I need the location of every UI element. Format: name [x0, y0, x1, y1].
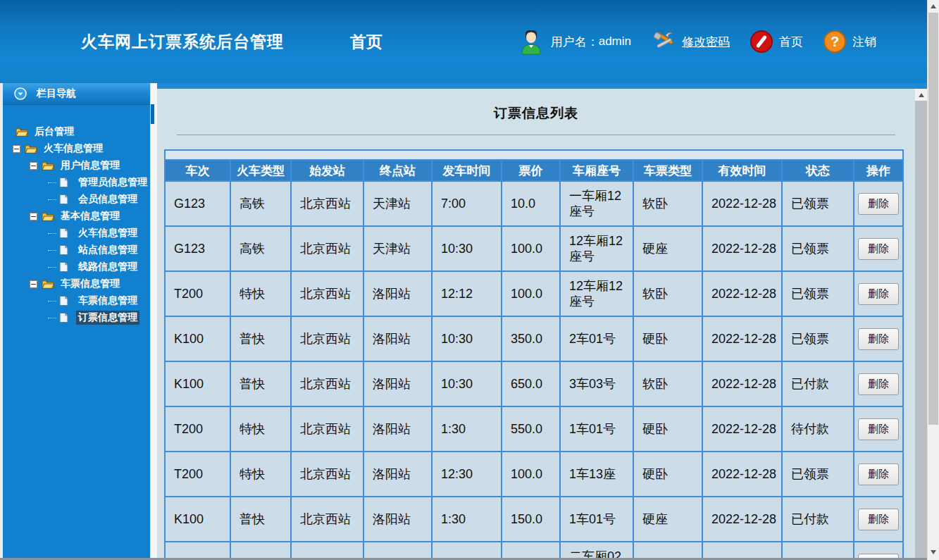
- table-row: T200 特快 北京西站 洛阳站 1:30 550.0 1车01号 硬卧 202…: [165, 406, 903, 452]
- cell-price: 100.0: [502, 226, 560, 271]
- cell-ticket-type: 硬座: [633, 226, 702, 271]
- sidebar-item-label: 基本信息管理: [58, 209, 122, 223]
- logout-link[interactable]: 注销: [852, 34, 876, 50]
- cell-seat: 1车01号: [560, 497, 633, 542]
- collapse-minus-icon[interactable]: [13, 145, 20, 153]
- home-link[interactable]: 首页: [779, 34, 803, 50]
- cell-train-no: G123: [165, 226, 230, 271]
- tree-connector: [48, 301, 56, 301]
- nav-tree: 后台管理 火车信息管理 用户信息管理: [3, 105, 150, 326]
- content-scrollbar[interactable]: [915, 89, 927, 560]
- sidebar-item-train-info-mgmt[interactable]: 火车信息管理: [3, 140, 150, 157]
- delete-button[interactable]: 删除: [858, 328, 899, 350]
- sidebar-item-label: 火车信息管理: [42, 142, 105, 156]
- cell-start-station: 北京西站: [291, 181, 363, 226]
- cell-status: 已领票: [782, 226, 854, 271]
- window-scrollbar[interactable]: [927, 0, 939, 560]
- collapse-minus-icon[interactable]: [30, 280, 37, 288]
- folder-icon: [42, 211, 54, 222]
- cell-ticket-type: 硬卧: [633, 452, 702, 497]
- cell-ticket-type: 软卧: [633, 361, 702, 406]
- cell-train-type: 特快: [230, 271, 291, 316]
- sidebar-titlebar[interactable]: 栏目导航: [3, 83, 150, 105]
- sidebar-item-station-info[interactable]: 站点信息管理: [3, 242, 150, 259]
- collapse-minus-icon[interactable]: [30, 213, 37, 220]
- sidebar-item-booking-info[interactable]: 订票信息管理: [3, 309, 150, 326]
- cell-ticket-type: 硬卧: [633, 406, 702, 452]
- table-row: T200 特快 北京西站 洛阳站 12:12 100.0 12车厢12座号 软卧…: [165, 271, 903, 316]
- window-scroll-down-button[interactable]: [928, 546, 939, 558]
- delete-button[interactable]: 删除: [858, 463, 899, 485]
- sidebar-item-label: 后台管理: [32, 125, 76, 139]
- cell-status: 已付款: [782, 497, 854, 542]
- content-area: 订票信息列表 车次 火车类型 始发站 终点站: [157, 89, 915, 560]
- cell-price: 650.0: [502, 361, 560, 406]
- sidebar-item-label: 线路信息管理: [76, 260, 139, 274]
- scroll-down-icon: [931, 550, 936, 554]
- sidebar-item-admin-info-mgmt[interactable]: 管理员信息管理: [3, 174, 150, 191]
- sidebar-item-user-info-mgmt[interactable]: 用户信息管理: [3, 157, 150, 174]
- sidebar-item-ticket-info[interactable]: 车票信息管理: [3, 292, 150, 309]
- sidebar-item-backend-mgmt[interactable]: 后台管理: [3, 123, 150, 140]
- delete-button[interactable]: 删除: [858, 193, 899, 215]
- tree-connector: [48, 182, 56, 183]
- delete-button[interactable]: 删除: [858, 509, 899, 530]
- table-row: G123 高铁 北京西站 天津站 10:30 100.0 12车厢12座号 硬座…: [165, 226, 903, 271]
- folder-icon: [42, 278, 54, 290]
- username-value: admin: [599, 35, 631, 49]
- sidebar-item-member-info-mgmt[interactable]: 会员信息管理: [3, 191, 150, 208]
- collapse-circle-icon[interactable]: [14, 87, 27, 100]
- cell-seat: 12车厢12座号: [560, 271, 633, 316]
- table-row: K100 普快 北京西站 洛阳站 10:30 350.0 2车01号 硬卧 20…: [165, 316, 903, 361]
- change-password-link[interactable]: 修改密码: [682, 34, 730, 50]
- nav-home-link[interactable]: 首页: [350, 31, 383, 53]
- col-ticket-type: 车票类型: [633, 160, 702, 181]
- window-scroll-up-button[interactable]: [928, 0, 939, 12]
- table-caption-strip: [165, 150, 903, 160]
- sidebar-splitter[interactable]: [150, 83, 157, 560]
- delete-button[interactable]: 删除: [858, 373, 899, 395]
- cell-train-no: T200: [165, 406, 230, 452]
- cell-seat: 一车厢12座号: [560, 181, 633, 226]
- folder-icon: [15, 126, 28, 137]
- sidebar-item-route-info[interactable]: 线路信息管理: [3, 259, 150, 275]
- logout-question-icon: ?: [823, 30, 847, 54]
- splitter-handle[interactable]: [151, 104, 154, 124]
- cell-train-type: 普快: [230, 316, 291, 361]
- cell-train-no: K100: [165, 497, 230, 542]
- sidebar-item-basic-info-mgmt[interactable]: 基本信息管理: [3, 208, 150, 225]
- delete-button[interactable]: 删除: [858, 418, 899, 440]
- file-icon: [59, 312, 72, 323]
- cell-train-no: G123: [165, 181, 230, 226]
- cell-price: 150.0: [502, 497, 560, 542]
- cell-price: 550.0: [502, 406, 560, 452]
- collapse-minus-icon[interactable]: [30, 162, 37, 170]
- home-icon: [750, 30, 773, 54]
- cell-valid-time: 2022-12-28: [702, 271, 782, 316]
- scroll-up-icon: [931, 4, 936, 8]
- cell-seat: 1车01号: [560, 406, 633, 452]
- cell-price: 350.0: [502, 316, 560, 361]
- tree-connector: [48, 199, 56, 200]
- sidebar-title: 栏目导航: [37, 87, 76, 100]
- table-header-row: 车次 火车类型 始发站 终点站 发车时间 票价 车厢座号 车票类型 有效时间 状…: [165, 160, 903, 181]
- cell-valid-time: 2022-12-28: [702, 497, 782, 542]
- folder-icon: [25, 143, 37, 154]
- cell-status: 已领票: [782, 316, 854, 361]
- tree-connector: [48, 318, 56, 318]
- window-scroll-thumb[interactable]: [928, 13, 938, 425]
- sidebar-item-train-info[interactable]: 火车信息管理: [3, 225, 150, 242]
- main-panel: 订票信息列表 车次 火车类型 始发站 终点站: [157, 83, 927, 560]
- cell-valid-time: 2022-12-28: [702, 361, 782, 406]
- col-depart-time: 发车时间: [432, 160, 502, 181]
- cell-train-no: K100: [165, 316, 230, 361]
- col-seat: 车厢座号: [560, 160, 633, 181]
- sidebar-item-ticket-info-mgmt[interactable]: 车票信息管理: [3, 275, 150, 292]
- file-icon: [59, 244, 72, 256]
- app-header: 火车网上订票系统后台管理 首页 用户名： admin 修改密码: [0, 0, 927, 83]
- cell-end-station: 洛阳站: [363, 497, 432, 542]
- delete-button[interactable]: 删除: [858, 238, 899, 260]
- delete-button[interactable]: 删除: [858, 283, 899, 305]
- table-row: G123 高铁 北京西站 天津站 7:00 10.0 一车厢12座号 软卧 20…: [165, 181, 903, 226]
- scroll-up-button[interactable]: [915, 89, 927, 101]
